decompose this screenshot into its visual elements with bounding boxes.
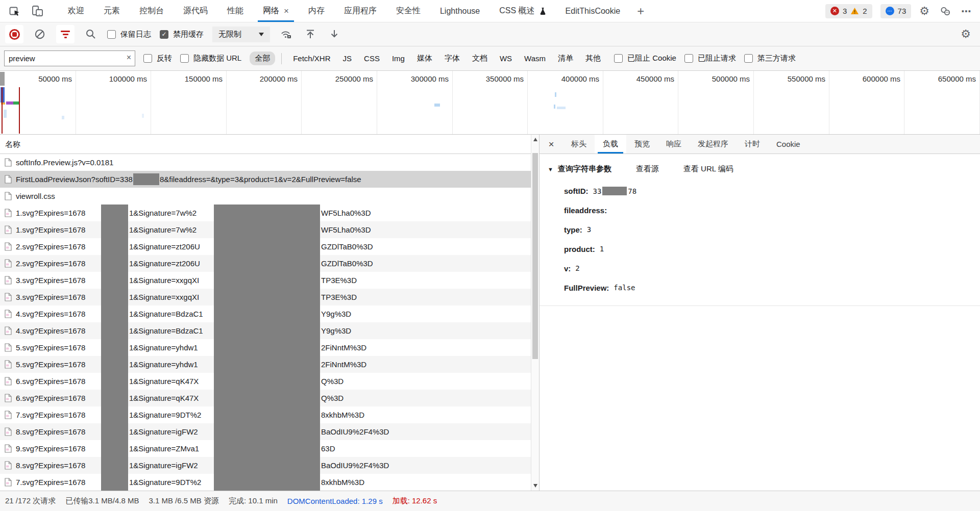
clear-filter-icon[interactable]: ×	[127, 53, 131, 62]
tab-2[interactable]: 控制台	[130, 0, 174, 22]
request-name-suffix: Y9g%3D	[321, 326, 351, 335]
detail-tab-6[interactable]: Cookie	[768, 135, 808, 154]
filter-type-1[interactable]: Fetch/XHR	[288, 52, 335, 65]
messages-badge[interactable]: ⋯ 73	[880, 4, 912, 18]
overview-mark	[434, 104, 440, 107]
close-panel-icon[interactable]: ×	[540, 135, 563, 154]
record-network-log-button[interactable]	[5, 25, 23, 43]
tab-5[interactable]: 网络×	[253, 0, 299, 22]
request-details-panel: × 标头负载预览响应发起程序计时Cookie ▼ 查询字符串参数 查看源 查看 …	[539, 135, 980, 491]
more-menu-icon[interactable]: ⋯	[961, 5, 972, 17]
checkbox-unchecked[interactable]	[614, 54, 623, 63]
tab-11[interactable]: EditThisCookie	[556, 0, 630, 22]
tab-close-icon[interactable]: ×	[284, 7, 289, 15]
request-name-suffix: 2FiNntM%3D	[321, 343, 366, 352]
list-scrollbar[interactable]	[531, 135, 539, 491]
inspect-element-icon[interactable]	[7, 4, 22, 19]
scroll-down-icon[interactable]	[533, 484, 537, 488]
issues-badge[interactable]: ✕ 3 2	[825, 4, 872, 18]
checkbox-unchecked[interactable]	[143, 54, 152, 63]
view-url-encoded-link[interactable]: 查看 URL 编码	[683, 164, 733, 174]
scroll-up-icon[interactable]	[533, 138, 537, 141]
network-filter-bar: × 反转 隐藏数据 URL 全部Fetch/XHRJSCSSImg媒体字体文档W…	[0, 46, 980, 71]
filter-type-4[interactable]: Img	[387, 52, 410, 65]
view-source-link[interactable]: 查看源	[636, 164, 659, 174]
filter-type-3[interactable]: CSS	[359, 52, 385, 65]
filter-type-11[interactable]: 其他	[580, 52, 606, 65]
network-overview-timeline[interactable]: 50000 ms100000 ms150000 ms200000 ms25000…	[0, 71, 980, 135]
export-har-icon[interactable]	[327, 27, 342, 42]
detail-tab-5[interactable]: 计时	[737, 135, 768, 154]
request-row[interactable]: FirstLoadPreviewJson?softID=3388&fileadd…	[0, 171, 531, 188]
overview-mark	[6, 101, 13, 105]
tab-4[interactable]: 性能	[217, 0, 253, 22]
checkbox-checked[interactable]: ✓	[160, 30, 168, 39]
detail-tab-2[interactable]: 预览	[626, 135, 658, 154]
filter-type-6[interactable]: 字体	[439, 52, 465, 65]
hide-data-url-checkbox[interactable]: 隐藏数据 URL	[180, 54, 241, 63]
scrollbar-thumb[interactable]	[532, 153, 538, 359]
tab-8[interactable]: 安全性	[386, 0, 430, 22]
clear-network-log-button[interactable]	[32, 27, 47, 42]
name-column-header[interactable]: 名称	[0, 135, 539, 154]
filter-type-8[interactable]: WS	[495, 52, 517, 65]
feedback-icon[interactable]	[938, 4, 953, 19]
invert-checkbox[interactable]: 反转	[143, 54, 172, 63]
filter-type-10[interactable]: 清单	[553, 52, 578, 65]
detail-tab-4[interactable]: 发起程序	[690, 135, 737, 154]
request-name-mid: 1&Signature=yhdw1	[129, 360, 198, 369]
tab-6[interactable]: 内存	[299, 0, 334, 22]
device-toolbar-icon[interactable]	[30, 4, 45, 19]
tab-9[interactable]: Lighthouse	[430, 0, 489, 22]
query-params-section-title[interactable]: 查询字符串参数	[558, 164, 611, 174]
request-name-mid: 1&Signature=BdzaC1	[129, 310, 203, 318]
import-har-icon[interactable]	[303, 27, 318, 42]
filter-type-7[interactable]: 文档	[467, 52, 493, 65]
tab-10[interactable]: CSS 概述	[489, 0, 555, 22]
blocked-cookies-checkbox[interactable]: 已阻止 Cookie	[614, 54, 676, 63]
network-conditions-icon[interactable]	[279, 27, 294, 42]
redaction-overlay	[214, 205, 320, 491]
file-icon	[5, 360, 12, 369]
network-settings-gear-icon[interactable]: ⚙	[961, 29, 980, 40]
settings-gear-icon[interactable]: ⚙	[919, 6, 929, 17]
request-name-suffix: 8xkhbM%3D	[321, 478, 364, 487]
request-row[interactable]: softInfo.Preview.js?v=0.0181	[0, 154, 531, 171]
section-collapse-icon[interactable]: ▼	[548, 166, 553, 172]
new-tab-button[interactable]: +	[630, 4, 651, 18]
checkbox-unchecked[interactable]	[684, 54, 693, 63]
overview-mark	[62, 116, 64, 119]
request-name: viewroll.css	[16, 192, 55, 200]
filter-button[interactable]	[56, 25, 75, 43]
request-row[interactable]: viewroll.css	[0, 188, 531, 205]
search-icon[interactable]	[83, 27, 99, 42]
param-row: product:1	[564, 239, 980, 259]
tab-7[interactable]: 应用程序	[334, 0, 386, 22]
detail-tab-3[interactable]: 响应	[658, 135, 690, 154]
third-party-checkbox[interactable]: 第三方请求	[744, 54, 796, 63]
preserve-log-checkbox[interactable]: 保留日志	[107, 30, 151, 39]
filter-type-5[interactable]: 媒体	[412, 52, 437, 65]
tab-0[interactable]: 欢迎	[58, 0, 94, 22]
disable-cache-checkbox[interactable]: ✓ 禁用缓存	[160, 30, 204, 39]
network-toolbar: 保留日志 ✓ 禁用缓存 无限制 ⚙	[0, 22, 980, 46]
tab-1[interactable]: 元素	[94, 0, 130, 22]
overview-mark	[4, 110, 7, 118]
detail-tab-1[interactable]: 负载	[595, 135, 626, 154]
tick-label: 500000 ms	[673, 74, 750, 83]
filter-input[interactable]	[4, 50, 135, 66]
filter-type-0[interactable]: 全部	[250, 52, 275, 65]
checkbox-unchecked[interactable]	[180, 54, 189, 63]
tick-label: 200000 ms	[221, 74, 298, 83]
checkbox-unchecked[interactable]	[744, 54, 753, 63]
detail-tab-0[interactable]: 标头	[563, 135, 595, 154]
filter-type-2[interactable]: JS	[338, 52, 357, 65]
filter-type-9[interactable]: Wasm	[519, 52, 551, 65]
request-name-mid: 1&Signature=9DT%2	[129, 411, 201, 419]
tab-3[interactable]: 源代码	[174, 0, 217, 22]
throttling-select[interactable]: 无限制	[212, 27, 270, 42]
param-name: v:	[564, 264, 571, 273]
checkbox-unchecked[interactable]	[107, 30, 116, 39]
resources-size: 3.1 MB /6.5 MB 资源	[149, 496, 219, 506]
blocked-requests-checkbox[interactable]: 已阻止请求	[684, 54, 736, 63]
